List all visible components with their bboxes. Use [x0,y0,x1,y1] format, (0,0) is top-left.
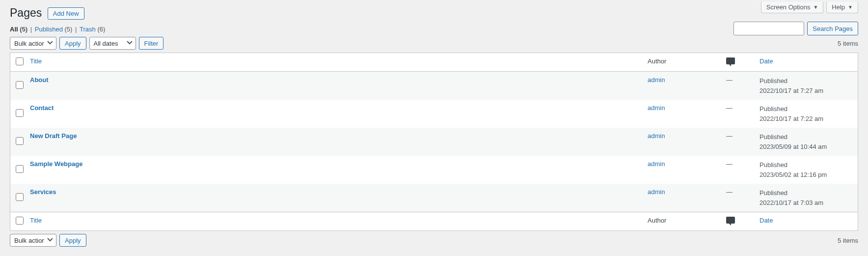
bulk-apply-button[interactable]: Apply [59,37,86,50]
filter-trash-label: Trash [80,26,96,33]
comments-cell: — [721,128,755,156]
help-toggle[interactable]: Help ▼ [826,2,858,13]
filter-published[interactable]: Published (5) [35,26,73,33]
comments-cell: — [721,72,755,100]
page-title-link[interactable]: Contact [30,104,54,112]
item-count-bottom: 5 items [838,237,858,244]
row-checkbox[interactable] [16,137,24,145]
comment-icon [726,217,735,224]
row-checkbox[interactable] [16,165,24,173]
page-title-link[interactable]: New Draft Page [30,132,77,140]
author-link[interactable]: admin [648,188,665,196]
screen-options-label: Screen Options [766,3,811,11]
author-link[interactable]: admin [648,132,665,140]
filter-published-count: (5) [65,26,73,33]
filter-all[interactable]: All (5) [10,26,27,33]
date-filter-select[interactable]: All dates [89,37,136,50]
search-input[interactable] [733,22,804,35]
item-count-top: 5 items [838,40,858,47]
filter-published-label: Published [35,26,63,33]
page-title-link[interactable]: Sample Webpage [30,160,82,168]
date-cell: Published2023/05/09 at 10:44 am [755,128,858,156]
date-cell: Published2022/10/17 at 7:03 am [755,184,858,212]
date-cell: Published2023/05/02 at 12:16 pm [755,156,858,184]
page-title: Pages [10,4,42,22]
column-header-author: Author [643,53,721,72]
select-all-top[interactable] [16,57,24,65]
filter-trash[interactable]: Trash (6) [80,26,105,33]
page-title-link[interactable]: About [30,76,49,84]
row-checkbox[interactable] [16,109,24,117]
date-cell: Published2022/10/17 at 7:22 am [755,100,858,128]
column-header-date[interactable]: Date [755,53,858,72]
separator: | [30,26,32,33]
column-header-title[interactable]: Title [25,53,643,72]
separator: | [75,26,77,33]
column-header-comments[interactable] [721,53,755,72]
view-filters: All (5) | Published (5) | Trash (6) [10,26,858,33]
table-row: Sample Webpageadmin—Published2023/05/02 … [10,156,858,184]
search-button[interactable]: Search Pages [807,22,858,35]
help-label: Help [832,3,845,11]
table-row: New Draft Pageadmin—Published2023/05/09 … [10,128,858,156]
column-footer-author: Author [643,212,721,230]
comments-cell: — [721,156,755,184]
bulk-actions-select-bottom[interactable]: Bulk actions [10,234,56,247]
column-footer-date[interactable]: Date [755,212,858,230]
author-link[interactable]: admin [648,160,665,168]
column-footer-title[interactable]: Title [25,212,643,230]
comment-icon [726,57,735,64]
table-row: Contactadmin—Published2022/10/17 at 7:22… [10,100,858,128]
chevron-down-icon: ▼ [848,4,853,10]
bulk-apply-button-bottom[interactable]: Apply [59,234,86,247]
filter-trash-count: (6) [97,26,105,33]
comments-cell: — [721,184,755,212]
select-all-bottom[interactable] [16,217,24,225]
author-link[interactable]: admin [648,76,665,84]
pages-table: Title Author Date Aboutadmin—Published20… [10,53,858,231]
table-row: Aboutadmin—Published2022/10/17 at 7:27 a… [10,72,858,100]
add-new-button[interactable]: Add New [48,7,84,20]
table-row: Servicesadmin—Published2022/10/17 at 7:0… [10,184,858,212]
bulk-actions-select[interactable]: Bulk actions [10,37,56,50]
row-checkbox[interactable] [16,81,24,89]
page-title-link[interactable]: Services [30,188,56,196]
comments-cell: — [721,100,755,128]
chevron-down-icon: ▼ [813,4,818,10]
filter-all-label: All [10,26,18,33]
author-link[interactable]: admin [648,104,665,112]
column-footer-comments[interactable] [721,212,755,230]
filter-all-count: (5) [20,26,27,33]
filter-button[interactable]: Filter [139,37,164,50]
screen-options-toggle[interactable]: Screen Options ▼ [761,2,824,13]
date-cell: Published2022/10/17 at 7:27 am [755,72,858,100]
row-checkbox[interactable] [16,193,24,201]
